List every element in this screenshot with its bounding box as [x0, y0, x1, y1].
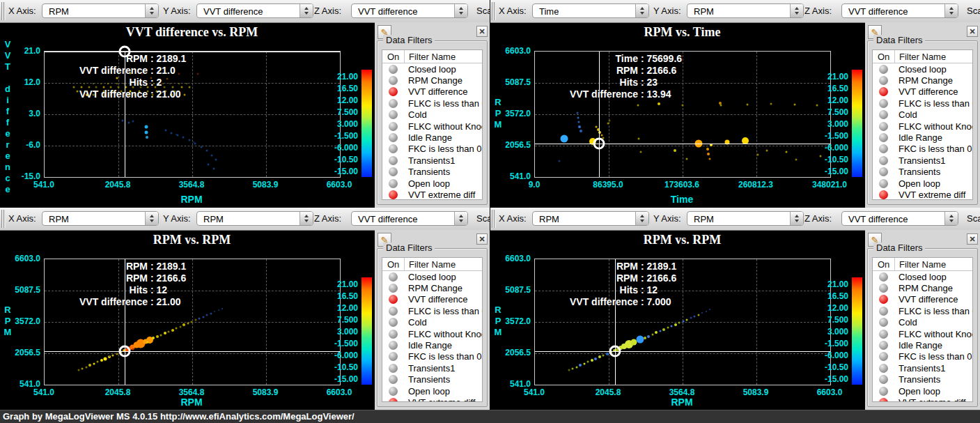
filter-row[interactable]: RPM Change	[873, 282, 972, 293]
filter-row[interactable]: VVT difference	[873, 86, 972, 98]
z-axis-select[interactable]: VVT difference	[841, 211, 958, 226]
filter-led-icon[interactable]	[389, 167, 398, 176]
filter-led-icon[interactable]	[879, 133, 888, 142]
filter-led-icon[interactable]	[389, 284, 398, 293]
filter-led-icon[interactable]	[879, 76, 888, 85]
filter-led-icon[interactable]	[879, 272, 888, 282]
close-panel-button[interactable]: ✕	[967, 233, 978, 245]
filter-row[interactable]: Idle Range	[873, 339, 972, 351]
close-panel-button[interactable]: ✕	[476, 26, 488, 37]
filter-led-icon[interactable]	[389, 272, 398, 282]
filter-led-icon[interactable]	[389, 352, 398, 361]
filter-row[interactable]: Idle Range	[382, 339, 482, 351]
y-axis-select[interactable]: RPM	[687, 211, 804, 226]
filter-row[interactable]: Open loop	[382, 385, 482, 397]
filter-row[interactable]: FLKC is less than 0	[873, 98, 972, 109]
filter-led-icon[interactable]	[879, 330, 888, 339]
filter-row[interactable]: Transients	[873, 374, 972, 385]
filter-row[interactable]: VVT difference	[382, 86, 482, 98]
filter-led-icon[interactable]	[879, 179, 888, 188]
filter-led-icon[interactable]	[879, 318, 888, 327]
filter-row[interactable]: Closed loop	[382, 271, 482, 282]
filter-led-icon[interactable]	[389, 76, 398, 85]
combo-stepper[interactable]	[454, 4, 467, 17]
filter-row[interactable]: RPM Change	[382, 282, 482, 293]
filter-row[interactable]: FLKC without Knoc…	[382, 328, 482, 339]
filter-led-icon[interactable]	[879, 295, 888, 304]
filter-led-icon[interactable]	[389, 65, 398, 74]
filter-row[interactable]: VVT extreme diff	[873, 189, 972, 200]
combo-stepper[interactable]	[635, 212, 648, 225]
filter-row[interactable]: Open loop	[382, 178, 482, 189]
combo-stepper[interactable]	[145, 4, 158, 17]
filter-row[interactable]: RPM Change	[382, 75, 482, 86]
toolbar-grip-icon[interactable]	[1, 210, 6, 228]
filter-row[interactable]: Transients1	[873, 362, 972, 374]
filter-row[interactable]: Closed loop	[382, 63, 482, 75]
filter-row[interactable]: Closed loop	[873, 271, 972, 282]
filter-row[interactable]: VVT extreme diff	[873, 397, 972, 402]
filter-row[interactable]: FLKC is less than 0	[873, 305, 972, 316]
filter-row[interactable]: FKC is less than 0	[382, 144, 482, 155]
crosshair-ring[interactable]	[119, 46, 131, 58]
filter-led-icon[interactable]	[879, 364, 888, 373]
filter-led-icon[interactable]	[389, 387, 398, 396]
filter-row[interactable]: FLKC is less than 0	[382, 305, 482, 316]
filter-row[interactable]: Transients1	[382, 362, 482, 374]
filter-led-icon[interactable]	[389, 364, 398, 373]
filter-row[interactable]: Idle Range	[382, 132, 482, 143]
filter-row[interactable]: FKC is less than 0	[873, 144, 972, 155]
y-axis-select[interactable]: VVT difference	[196, 3, 313, 18]
filter-led-icon[interactable]	[389, 398, 398, 402]
filter-led-icon[interactable]	[389, 190, 398, 199]
filter-led-icon[interactable]	[879, 144, 888, 153]
filter-row[interactable]: VVT difference	[382, 294, 482, 305]
filter-led-icon[interactable]	[389, 110, 398, 119]
filter-led-icon[interactable]	[879, 352, 888, 361]
x-axis-select[interactable]: Time	[532, 3, 649, 18]
toolbar-grip-icon[interactable]	[1, 2, 6, 20]
filter-row[interactable]: RPM Change	[873, 75, 972, 86]
filter-led-icon[interactable]	[879, 87, 888, 96]
filter-led-icon[interactable]	[879, 341, 888, 350]
combo-stepper[interactable]	[454, 212, 467, 225]
filter-row[interactable]: Transients	[873, 167, 972, 178]
z-axis-select[interactable]: VVT difference	[351, 3, 468, 18]
filter-led-icon[interactable]	[389, 122, 398, 131]
combo-stepper[interactable]	[944, 4, 958, 17]
close-panel-button[interactable]: ✕	[476, 233, 488, 245]
filter-led-icon[interactable]	[389, 179, 398, 188]
y-axis-select[interactable]: RPM	[687, 3, 804, 18]
filter-row[interactable]: FLKC without Knoc…	[873, 328, 972, 339]
filter-row[interactable]: Closed loop	[873, 63, 972, 75]
filter-led-icon[interactable]	[389, 295, 398, 304]
filter-row[interactable]: Transients	[382, 167, 482, 178]
close-panel-button[interactable]: ✕	[967, 26, 978, 37]
combo-stepper[interactable]	[300, 4, 313, 17]
filter-row[interactable]: Idle Range	[873, 132, 972, 143]
combo-stepper[interactable]	[635, 4, 648, 17]
filter-led-icon[interactable]	[389, 156, 398, 165]
filter-row[interactable]: Cold	[873, 109, 972, 121]
filter-led-icon[interactable]	[879, 99, 888, 108]
filter-led-icon[interactable]	[879, 65, 888, 74]
crosshair-ring[interactable]	[609, 345, 621, 357]
filter-led-icon[interactable]	[879, 110, 888, 119]
filter-row[interactable]: VVT extreme diff	[382, 189, 482, 200]
filter-row[interactable]: VVT extreme diff	[382, 397, 482, 402]
filter-led-icon[interactable]	[879, 156, 888, 165]
filter-row[interactable]: FKC is less than 0	[873, 351, 972, 362]
toolbar-grip-icon[interactable]	[492, 210, 496, 228]
x-axis-select[interactable]: RPM	[532, 211, 649, 226]
filter-led-icon[interactable]	[389, 307, 398, 316]
x-axis-select[interactable]: RPM	[42, 211, 159, 226]
filter-row[interactable]: Transients	[382, 374, 482, 385]
crosshair-ring[interactable]	[593, 137, 605, 149]
combo-stepper[interactable]	[300, 212, 313, 225]
combo-stepper[interactable]	[944, 212, 958, 225]
filter-row[interactable]: Cold	[873, 317, 972, 328]
y-axis-select[interactable]: RPM	[196, 211, 313, 226]
filter-led-icon[interactable]	[879, 375, 888, 384]
filter-row[interactable]: FKC is less than 0	[382, 351, 482, 362]
toolbar-grip-icon[interactable]	[492, 2, 496, 20]
